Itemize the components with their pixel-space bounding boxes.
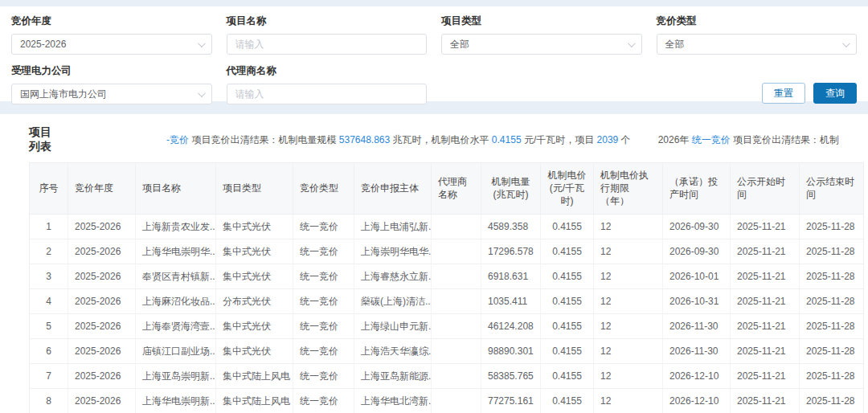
cell-bid-type: 统一竞价 [293,214,354,239]
cell-bid-year: 2025-2026 [68,338,136,363]
table-body: 12025-2026上海新贵农业发...集中式光伏统一竞价上海上电浦弘新...4… [30,214,864,413]
chevron-down-icon [842,39,850,47]
cell-bid-type: 统一竞价 [293,388,354,413]
cell-index: 3 [30,264,68,288]
power-company-label: 受理电力公司 [11,64,212,78]
project-table: 序号竞价年度项目名称项目类型竞价类型竞价申报主体代理商名称机制电量 (兆瓦时)机… [29,162,864,413]
cell-agent-name [432,264,481,288]
cell-project-name: 上海亚岛崇明新... [136,363,216,388]
cell-bid-entity: 上海睿慈永立新... [354,264,432,288]
column-header-agent-name: 代理商名称 [432,163,481,215]
cell-publicity-start: 2025-11-21 [731,363,800,388]
column-header-execution-period: 机制电价执行期限（年） [594,163,663,215]
cell-publicity-start: 2025-11-21 [731,288,800,313]
cell-mechanism-energy: 4589.358 [481,214,541,239]
cell-project-type: 集中式光伏 [216,338,293,363]
cell-project-name: 上海奉贤海湾壹... [136,313,216,338]
cell-production-date: 2026-11-30 [663,338,731,363]
cell-bid-year: 2025-2026 [68,313,136,338]
cell-agent-name [432,338,481,363]
column-header-bid-type: 竞价类型 [293,163,354,215]
bid-type-select[interactable]: 全部 [657,34,858,55]
summary-text: 个 [618,134,630,145]
cell-bid-year: 2025-2026 [68,214,136,239]
cell-project-type: 分布式光伏 [216,288,293,313]
project-list-panel: 项目列表 -竞价 项目竞价出清结果：机制电量规模 537648.863 兆瓦时，… [0,114,868,413]
bid-type-value: 全部 [665,38,685,51]
cell-project-name: 上海华电崇明华... [136,239,216,264]
cell-mechanism-price: 0.4155 [541,313,594,338]
column-header-publicity-end: 公示结束时间 [800,163,864,215]
cell-production-date: 2026-10-31 [663,288,731,313]
cell-production-date: 2026-12-10 [663,388,731,413]
cell-agent-name [432,388,481,413]
cell-publicity-start: 2025-11-21 [731,214,800,239]
table-row: 52025-2026上海奉贤海湾壹...集中式光伏统一竞价上海绿山申元新...4… [30,313,864,338]
table-row: 42025-2026上海麻沼化妆品...分布式光伏统一竞价燊碳(上海)清洁...… [30,288,864,313]
cell-publicity-end: 2025-11-28 [800,239,864,264]
cell-bid-entity: 上海绿山申元新... [354,313,432,338]
cell-index: 4 [30,288,68,313]
cell-execution-period: 12 [594,363,663,388]
bid-year-select[interactable]: 2025-2026 [11,34,212,55]
cell-project-type: 集中式光伏 [216,239,293,264]
project-type-label: 项目类型 [441,14,642,28]
project-type-select[interactable]: 全部 [441,34,642,55]
cell-publicity-start: 2025-11-21 [731,338,800,363]
table-row: 72025-2026上海亚岛崇明新...集中式陆上风电统一竞价上海亚岛新能源..… [30,363,864,388]
cell-bid-type: 统一竞价 [293,338,354,363]
summary-price-value: 0.4155 [492,134,522,145]
cell-project-type: 集中式光伏 [216,214,293,239]
page-title: 项目列表 [29,125,54,154]
cell-production-date: 2026-12-10 [663,363,731,388]
project-type-value: 全部 [450,38,469,51]
project-name-input[interactable] [227,34,428,55]
cell-project-type: 集中式光伏 [216,264,293,288]
cell-bid-entity: 上海崇明华电华... [354,239,432,264]
field-bid-type: 竞价类型 全部 [657,11,858,55]
search-button[interactable]: 查询 [813,83,857,104]
table-row: 22025-2026上海华电崇明华...集中式光伏统一竞价上海崇明华电华...1… [30,239,864,264]
cell-mechanism-energy: 46124.208 [481,313,541,338]
agent-name-input[interactable] [227,84,428,104]
table-row: 12025-2026上海新贵农业发...集中式光伏统一竞价上海上电浦弘新...4… [30,214,864,239]
cell-mechanism-energy: 17296.578 [481,239,541,264]
reset-button[interactable]: 重置 [762,83,805,104]
summary-year-text: 2026年 [658,134,692,145]
cell-mechanism-price: 0.4155 [541,239,594,264]
cell-publicity-start: 2025-11-21 [731,239,800,264]
cell-mechanism-energy: 6918.631 [481,264,541,288]
cell-mechanism-price: 0.4155 [541,388,594,413]
cell-publicity-start: 2025-11-21 [731,313,800,338]
cell-publicity-end: 2025-11-28 [800,363,864,388]
page: 竞价年度 2025-2026 项目名称 项目类型 全部 竞价类型 [0,0,868,413]
agent-name-label: 代理商名称 [227,64,428,78]
cell-project-name: 奉贤区青村镇新... [136,264,216,288]
cell-execution-period: 12 [594,313,663,338]
cell-agent-name [432,363,481,388]
filter-panel: 竞价年度 2025-2026 项目名称 项目类型 全部 竞价类型 [0,6,868,101]
cell-bid-year: 2025-2026 [68,388,136,413]
cell-publicity-end: 2025-11-28 [800,264,864,288]
summary-text-truncated: 项目竞价出清结果：机制 [731,134,839,145]
column-header-bid-year: 竞价年度 [68,163,136,215]
column-header-project-name: 项目名称 [136,163,216,215]
table-row: 62025-2026庙镇江口副业场...集中式光伏统一竞价上海浩天华瀛综...9… [30,338,864,363]
cell-publicity-end: 2025-11-28 [800,388,864,413]
cell-index: 5 [30,313,68,338]
cell-project-type: 集中式光伏 [216,313,293,338]
cell-publicity-end: 2025-11-28 [800,313,864,338]
cell-index: 8 [30,388,68,413]
cell-project-name: 上海华电崇明新... [136,388,216,413]
power-company-select[interactable]: 国网上海市电力公司 [11,84,212,104]
cell-bid-year: 2025-2026 [68,239,136,264]
table-row: 32025-2026奉贤区青村镇新...集中式光伏统一竞价上海睿慈永立新...6… [30,264,864,288]
summary-energy-value: 537648.863 [339,134,390,145]
cell-index: 1 [30,214,68,239]
cell-bid-entity: 上海上电浦弘新... [354,214,432,239]
cell-execution-period: 12 [594,338,663,363]
cell-bid-year: 2025-2026 [68,363,136,388]
cell-mechanism-price: 0.4155 [541,264,594,288]
cell-index: 6 [30,338,68,363]
cell-mechanism-price: 0.4155 [541,338,594,363]
